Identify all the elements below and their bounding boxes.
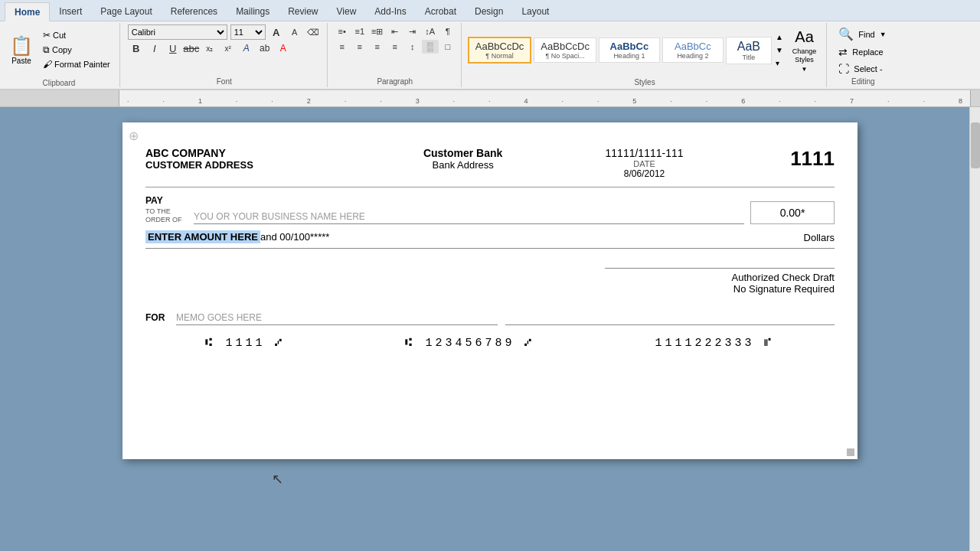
style-no-spacing[interactable]: AaBbCcDc ¶ No Spaci... (534, 37, 596, 63)
document-area: ⊕ ABC COMPANY CUSTOMER ADDRESS Customer … (0, 107, 980, 551)
sort-button[interactable]: ↕A (422, 24, 439, 38)
style-heading1-label: Heading 1 (606, 52, 653, 60)
bank-info: Customer Bank Bank Address (372, 147, 554, 171)
subscript-button[interactable]: x₂ (201, 41, 218, 55)
authorized-line1: Authorized Check Draft (605, 272, 835, 283)
bullets-button[interactable]: ≡• (334, 24, 351, 38)
select-button[interactable]: ⛶ Select - (835, 60, 891, 77)
styles-group: AaBbCcDc ¶ Normal AaBbCcDc ¶ No Spaci...… (463, 23, 828, 87)
increase-indent-button[interactable]: ⇥ (404, 24, 421, 38)
pay-label: PAY (145, 194, 188, 207)
replace-label: Replace (852, 47, 883, 57)
bank-address: Bank Address (372, 159, 554, 171)
font-color-button[interactable]: A (275, 41, 292, 55)
strikethrough-button[interactable]: abc (183, 41, 200, 55)
styles-scroll-up[interactable]: ▲ (774, 31, 785, 43)
payee-text: YOU OR YOUR BUSINESS NAME HERE (194, 211, 365, 222)
justify-button[interactable]: ≡ (387, 40, 403, 54)
tab-references[interactable]: References (162, 2, 227, 21)
tab-view[interactable]: View (328, 2, 366, 21)
style-title-preview: AaB (733, 40, 765, 54)
shrink-font-button[interactable]: A (287, 24, 302, 40)
micr-right: 1111222333 ⑈ (655, 337, 774, 350)
tab-page-layout[interactable]: Page Layout (91, 2, 161, 21)
authorized-line2: No Signature Required (605, 283, 835, 295)
payee-line[interactable]: YOU OR YOUR BUSINESS NAME HERE (194, 206, 744, 224)
bold-button[interactable]: B (128, 41, 145, 55)
company-address: CUSTOMER ADDRESS (145, 159, 372, 171)
superscript-button[interactable]: x² (220, 41, 237, 55)
resize-handle[interactable] (847, 448, 854, 456)
borders-button[interactable]: □ (439, 40, 456, 54)
italic-button[interactable]: I (146, 41, 163, 55)
clipboard-group: 📋 Paste ✂ Cut ⧉ Copy 🖌 Format Painter Cl… (5, 23, 120, 87)
select-label: Select - (854, 64, 882, 73)
style-heading1[interactable]: AaBbCc Heading 1 (599, 37, 660, 63)
authorized-section: Authorized Check Draft No Signature Requ… (145, 268, 835, 295)
cursor-indicator: ↖ (272, 471, 283, 487)
move-handle[interactable]: ⊕ (129, 129, 139, 143)
font-group: Calibri 11 A A ⌫ B I U abc x₂ x² A ab A … (122, 23, 328, 87)
style-heading2[interactable]: AaBbCc Heading 2 (662, 37, 724, 63)
style-normal[interactable]: AaBbCcDc ¶ Normal (468, 37, 532, 64)
replace-button[interactable]: ⇄ Replace (835, 44, 891, 60)
style-heading2-label: Heading 2 (669, 52, 717, 60)
memo-line[interactable]: MEMO GOES HERE (176, 310, 498, 325)
ribbon-content: 📋 Paste ✂ Cut ⧉ Copy 🖌 Format Painter Cl… (0, 21, 980, 90)
find-label: Find (858, 30, 874, 39)
text-effects-button[interactable]: A (238, 41, 255, 55)
bank-name: Customer Bank (372, 147, 554, 159)
tab-review[interactable]: Review (279, 2, 327, 21)
amount-words-section: ENTER AMOUNT HERE and 00/100***** Dollar… (145, 230, 835, 249)
align-right-button[interactable]: ≡ (369, 40, 386, 54)
text-highlight-button[interactable]: ab (256, 41, 273, 55)
tab-add-ins[interactable]: Add-Ins (365, 2, 415, 21)
grow-font-button[interactable]: A (269, 24, 284, 40)
format-painter-button[interactable]: 🖌 Format Painter (40, 57, 113, 71)
memo-section: FOR MEMO GOES HERE (145, 310, 835, 325)
tab-acrobat[interactable]: Acrobat (416, 2, 466, 21)
change-styles-button[interactable]: Aa ChangeStyles ▼ (787, 24, 822, 77)
tab-layout[interactable]: Layout (512, 2, 558, 21)
styles-group-label: Styles (468, 77, 822, 86)
cut-button[interactable]: ✂ Cut (40, 28, 113, 42)
font-name-select[interactable]: Calibri (128, 24, 227, 40)
company-info: ABC COMPANY CUSTOMER ADDRESS (145, 147, 372, 171)
style-no-spacing-preview: AaBbCcDc (541, 41, 590, 52)
align-center-button[interactable]: ≡ (351, 40, 368, 54)
style-heading2-preview: AaBbCc (669, 41, 717, 52)
change-styles-label: ChangeStyles (792, 47, 817, 64)
clear-format-button[interactable]: ⌫ (305, 24, 321, 40)
memo-placeholder: MEMO GOES HERE (176, 312, 262, 323)
check-header: ABC COMPANY CUSTOMER ADDRESS Customer Ba… (145, 147, 835, 179)
align-left-button[interactable]: ≡ (334, 40, 351, 54)
paste-button[interactable]: 📋 Paste (5, 31, 38, 69)
amount-box[interactable]: 0.00* (750, 201, 835, 224)
ruler: ··1··2··3··4··5··6··7··8 (0, 90, 980, 107)
show-marks-button[interactable]: ¶ (439, 24, 456, 38)
cut-icon: ✂ (43, 30, 51, 41)
line-spacing-button[interactable]: ↕ (404, 40, 421, 54)
amount-highlight[interactable]: ENTER AMOUNT HERE (145, 230, 260, 243)
tab-design[interactable]: Design (466, 2, 512, 21)
style-title[interactable]: AaB Title (726, 37, 772, 64)
styles-scroll-down[interactable]: ▼ (774, 44, 785, 56)
ruler-inner: ··1··2··3··4··5··6··7··8 (119, 90, 971, 106)
scrollbar-thumb[interactable] (971, 122, 980, 168)
tab-mailings[interactable]: Mailings (227, 2, 279, 21)
styles-more[interactable]: ▾ (774, 57, 785, 69)
tab-home[interactable]: Home (5, 2, 50, 21)
underline-button[interactable]: U (165, 41, 181, 55)
pay-section: PAY TO THEORDER OF YOU OR YOUR BUSINESS … (145, 194, 835, 224)
font-group-label: Font (128, 77, 321, 86)
shading-button[interactable]: ░ (422, 40, 439, 54)
numbering-button[interactable]: ≡1 (351, 24, 368, 38)
copy-button[interactable]: ⧉ Copy (40, 43, 113, 57)
font-size-select[interactable]: 11 (230, 24, 266, 40)
micr-middle: ⑆ 123456789 ⑇ (405, 337, 534, 350)
tab-insert[interactable]: Insert (50, 2, 91, 21)
multilevel-list-button[interactable]: ≡⊞ (369, 24, 386, 38)
decrease-indent-button[interactable]: ⇤ (387, 24, 403, 38)
vertical-scrollbar[interactable] (969, 107, 980, 551)
find-button[interactable]: 🔍 Find ▼ (835, 24, 891, 44)
